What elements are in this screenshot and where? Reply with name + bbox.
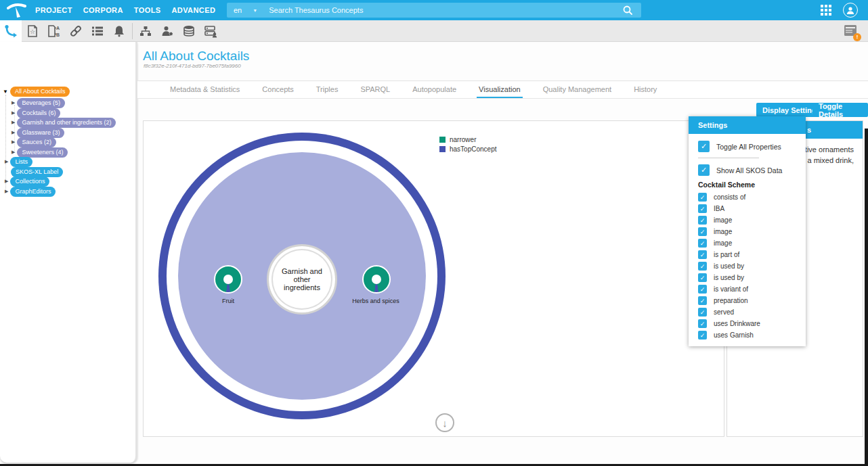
concept-tree-icon[interactable] <box>0 20 22 42</box>
property-row-image-1[interactable]: image <box>698 216 796 225</box>
property-checkbox[interactable] <box>698 319 707 328</box>
concept-pill[interactable]: Garnish and other ingredients (2) <box>17 118 116 128</box>
tree-item-garnish[interactable]: ▶ Garnish and other ingredients (2) <box>12 118 116 128</box>
tab-quality-management[interactable]: Quality Management <box>541 81 614 98</box>
concept-pill[interactable]: Sweeteners (4) <box>17 147 68 158</box>
concept-pill[interactable]: Beverages (5) <box>17 98 65 108</box>
section-pill[interactable]: Lists <box>10 157 32 167</box>
concept-pill[interactable]: Cocktails (6) <box>17 108 60 118</box>
search-input[interactable]: Search Thesaurus Concepts <box>269 6 363 14</box>
property-checkbox[interactable] <box>698 331 707 340</box>
show-all-skos-checkbox[interactable] <box>698 164 710 176</box>
menu-project[interactable]: PROJECT <box>35 6 72 14</box>
property-checkbox[interactable] <box>698 227 707 236</box>
property-checkbox[interactable] <box>698 239 707 248</box>
tree-item-beverages[interactable]: ▶ Beverages (5) <box>12 98 65 108</box>
toggle-all-checkbox[interactable] <box>698 141 710 152</box>
caret-collapsed-icon[interactable]: ▶ <box>5 189 8 194</box>
caret-collapsed-icon[interactable]: ▶ <box>12 110 15 116</box>
tree-root-all-about-cocktails[interactable]: ▼ All About Cocktails <box>3 87 70 97</box>
property-label: image <box>714 228 732 235</box>
tab-concepts[interactable]: Concepts <box>260 81 295 98</box>
hierarchy-icon[interactable] <box>135 20 156 42</box>
caret-collapsed-icon[interactable]: ▶ <box>12 120 15 125</box>
toggle-details-button[interactable]: Toggle Details <box>812 103 868 117</box>
tab-autopopulate[interactable]: Autopopulate <box>410 81 458 98</box>
property-checkbox[interactable] <box>698 262 707 271</box>
property-checkbox[interactable] <box>698 285 707 294</box>
property-row-uses-drinkware[interactable]: uses Drinkware <box>698 319 796 328</box>
section-pill[interactable]: Collections <box>10 177 49 187</box>
user-settings-icon[interactable] <box>156 20 178 42</box>
menu-tools[interactable]: TOOLS <box>134 6 161 14</box>
property-row-image-2[interactable]: image <box>698 227 796 236</box>
apps-grid-icon[interactable] <box>821 5 831 16</box>
section-pill[interactable]: SKOS-XL Label <box>11 167 63 177</box>
warning-badge: ! <box>853 33 861 41</box>
property-row-is-part-of[interactable]: is part of <box>698 250 796 259</box>
property-checkbox[interactable] <box>698 296 707 305</box>
tree-item-sauces[interactable]: ▶ Sauces (2) <box>12 137 56 147</box>
property-row-is-variant-of[interactable]: is variant of <box>698 285 796 294</box>
menu-advanced[interactable]: ADVANCED <box>172 6 216 14</box>
property-checkbox[interactable] <box>698 204 707 213</box>
tree-item-cocktails[interactable]: ▶ Cocktails (6) <box>12 108 60 118</box>
caret-collapsed-icon[interactable]: ▶ <box>12 149 15 155</box>
property-row-preparation[interactable]: preparation <box>698 296 796 305</box>
tree-section-grapheditors[interactable]: ▶ GraphEditors <box>5 187 56 197</box>
concept-node-herbs-and-spices[interactable] <box>362 265 391 294</box>
database-icon[interactable] <box>178 20 200 42</box>
user-account-icon[interactable] <box>843 3 858 18</box>
toggle-all-properties-row[interactable]: Toggle All Properties <box>698 141 796 152</box>
search-language-select[interactable]: en <box>234 6 242 14</box>
scroll-down-icon[interactable] <box>435 413 454 432</box>
property-checkbox[interactable] <box>698 250 707 259</box>
concept-node-fruit[interactable] <box>214 265 242 294</box>
property-row-consists-of[interactable]: consists of <box>698 193 796 202</box>
menu-corpora[interactable]: CORPORA <box>83 6 123 14</box>
section-pill[interactable]: GraphEditors <box>10 187 56 197</box>
search-icon[interactable] <box>622 5 633 16</box>
caret-collapsed-icon[interactable]: ▶ <box>5 179 8 184</box>
property-row-is-used-by-1[interactable]: is used by <box>698 262 796 271</box>
center-concept-node[interactable]: Garnish and other ingredients <box>267 244 337 314</box>
caret-collapsed-icon[interactable]: ▶ <box>12 139 15 145</box>
property-row-iba[interactable]: IBA <box>698 204 796 213</box>
notifications-bell-icon[interactable] <box>108 20 130 42</box>
tab-sparql[interactable]: SPARQL <box>358 81 392 98</box>
tab-visualization[interactable]: Visualization <box>477 81 523 98</box>
alignment-icon[interactable]: AB <box>43 20 65 42</box>
document-star-icon[interactable]: ☆ <box>22 20 43 42</box>
caret-collapsed-icon[interactable]: ▶ <box>5 159 8 164</box>
property-checkbox[interactable] <box>698 216 707 225</box>
server-admin-icon[interactable] <box>200 20 221 42</box>
tab-metadata-statistics[interactable]: Metadata & Statistics <box>168 81 242 98</box>
property-checkbox[interactable] <box>698 273 707 282</box>
property-row-image-3[interactable]: image <box>698 239 796 248</box>
caret-collapsed-icon[interactable]: ▶ <box>12 100 15 106</box>
property-checkbox[interactable] <box>698 308 707 317</box>
caret-expanded-icon[interactable]: ▼ <box>3 89 8 95</box>
show-all-skos-row[interactable]: Show All SKOS Data <box>698 164 796 176</box>
property-checkbox[interactable] <box>698 193 707 202</box>
property-row-uses-garnish[interactable]: uses Garnish <box>698 331 796 340</box>
app-logo-icon[interactable] <box>7 2 30 18</box>
chevron-down-icon[interactable]: ▼ <box>253 8 257 13</box>
concept-pill[interactable]: Glassware (3) <box>17 128 64 138</box>
scheme-pill[interactable]: All About Cocktails <box>10 87 70 97</box>
tab-history[interactable]: History <box>632 81 659 98</box>
tree-item-sweeteners[interactable]: ▶ Sweeteners (4) <box>12 147 68 158</box>
tree-section-collections[interactable]: ▶ Collections <box>5 177 49 187</box>
tree-section-skos-xl-label[interactable]: SKOS-XL Label <box>11 167 63 177</box>
tree-section-lists[interactable]: ▶ Lists <box>5 157 32 167</box>
tab-triples[interactable]: Triples <box>314 81 341 98</box>
caret-collapsed-icon[interactable]: ▶ <box>12 130 15 135</box>
tree-item-glassware[interactable]: ▶ Glassware (3) <box>12 128 64 138</box>
property-row-is-used-by-2[interactable]: is used by <box>698 273 796 282</box>
link-icon[interactable] <box>65 20 87 42</box>
property-row-served[interactable]: served <box>698 308 796 317</box>
search-bar[interactable]: en ▼ Search Thesaurus Concepts <box>227 3 641 18</box>
concept-pill[interactable]: Sauces (2) <box>17 137 56 147</box>
list-icon[interactable] <box>87 20 108 42</box>
report-warning-icon[interactable]: ! <box>844 24 859 39</box>
